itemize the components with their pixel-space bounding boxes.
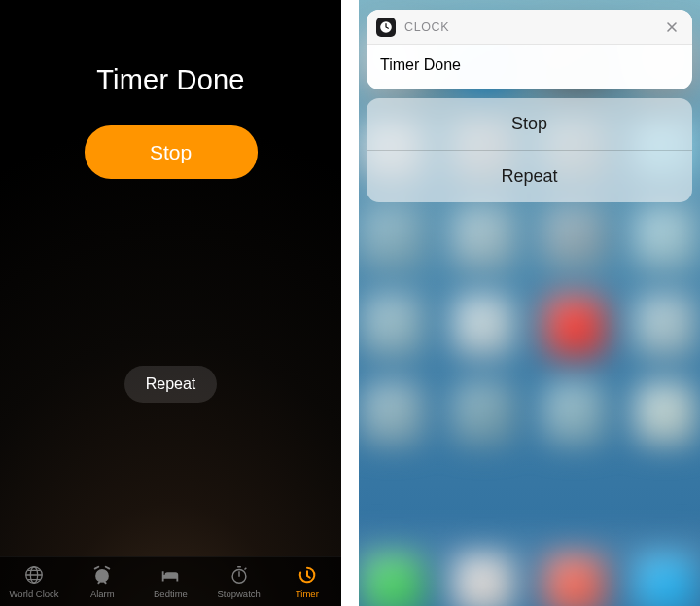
tab-world-clock[interactable]: World Clock: [3, 564, 65, 599]
tab-label: Bedtime: [154, 588, 188, 599]
close-button[interactable]: [661, 17, 682, 38]
svg-point-2: [95, 569, 109, 583]
bed-icon: [158, 564, 182, 586]
tab-bedtime[interactable]: Bedtime: [139, 564, 201, 599]
action-stop[interactable]: Stop: [367, 98, 692, 150]
globe-icon: [22, 564, 46, 586]
tab-label: Timer: [296, 588, 319, 599]
notification-actions-sheet: Stop Repeat: [367, 98, 692, 202]
timer-done-title: Timer Done: [96, 64, 244, 96]
home-screen-notification-preview: CLOCK Timer Done Stop Repeat: [359, 0, 700, 606]
stopwatch-icon: [228, 564, 251, 586]
tab-bar: World Clock Alarm Bedtime: [0, 556, 341, 606]
notification-app-name: CLOCK: [404, 20, 449, 34]
clock-app-icon: [376, 18, 396, 37]
tab-label: Stopwatch: [217, 588, 260, 599]
tab-label: Alarm: [90, 588, 115, 599]
stop-button[interactable]: Stop: [85, 125, 258, 179]
tab-stopwatch[interactable]: Stopwatch: [208, 564, 270, 599]
action-repeat[interactable]: Repeat: [367, 151, 692, 202]
repeat-button[interactable]: Repeat: [124, 366, 218, 403]
clock-app-timer-done-screen: Timer Done Stop Repeat World Clock Alarm: [0, 0, 341, 606]
notification-card: CLOCK Timer Done: [367, 10, 692, 89]
tab-alarm[interactable]: Alarm: [71, 564, 133, 599]
tab-label: World Clock: [10, 588, 59, 599]
timer-icon: [296, 564, 319, 586]
alarm-icon: [90, 564, 114, 586]
notification-body: Timer Done: [367, 45, 692, 89]
notification-header: CLOCK: [367, 10, 692, 45]
tab-timer[interactable]: Timer: [276, 564, 338, 599]
